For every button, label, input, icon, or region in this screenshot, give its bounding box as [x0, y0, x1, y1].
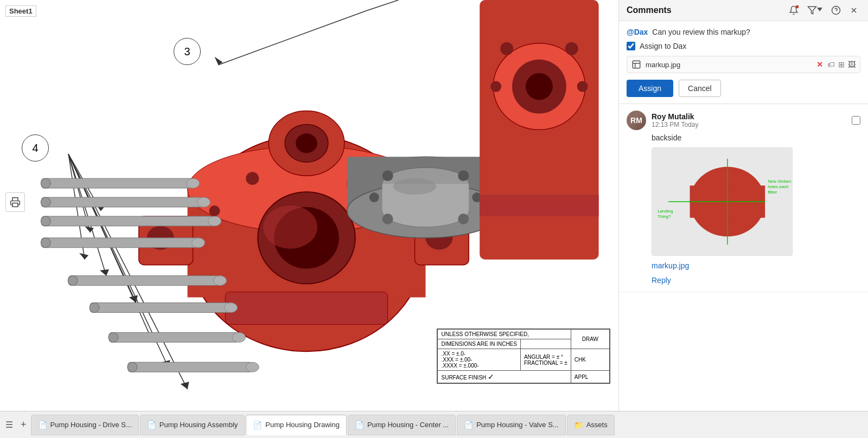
comments-title: Comments — [627, 5, 672, 15]
svg-point-37 — [263, 205, 317, 249]
svg-point-71 — [192, 238, 205, 248]
svg-rect-32 — [225, 292, 387, 325]
help-button[interactable] — [829, 4, 843, 16]
svg-line-2 — [366, 0, 399, 11]
comment-input-text[interactable]: Can you review this markup? — [652, 28, 860, 36]
svg-rect-63 — [41, 197, 203, 207]
tab-menu-button[interactable]: ☰ — [2, 417, 16, 432]
image-icon[interactable]: 🖼 — [848, 60, 856, 69]
tab-valve-label: Pump Housing - Valve S... — [476, 421, 559, 429]
svg-point-56 — [565, 42, 578, 55]
svg-point-68 — [208, 216, 221, 226]
notify-button[interactable] — [787, 4, 801, 16]
tab-assembly[interactable]: 📄 Pump Housing Assembly — [140, 415, 245, 435]
svg-point-44 — [382, 170, 393, 181]
assign-label: Assign to Dax — [640, 42, 686, 50]
tab-drawing-label: Pump Housing Drawing — [265, 421, 340, 429]
svg-rect-92 — [633, 61, 640, 68]
comment-text-row: @Dax Can you review this markup? — [627, 28, 860, 36]
svg-marker-86 — [808, 7, 816, 14]
svg-point-54 — [526, 73, 553, 100]
svg-point-55 — [500, 42, 513, 55]
comments-panel: Comments — [618, 0, 868, 411]
mention-tag: @Dax — [627, 28, 648, 36]
tab-valve-icon: 📄 — [464, 421, 473, 429]
markup-link[interactable]: markup.jpg — [652, 261, 860, 270]
svg-rect-72 — [68, 276, 220, 286]
tab-center[interactable]: 📄 Pump Housing - Center ... — [348, 415, 456, 435]
svg-point-61 — [41, 178, 50, 188]
tab-drive[interactable]: 📄 Pump Housing - Drive S... — [31, 415, 139, 435]
svg-rect-69 — [41, 238, 198, 248]
svg-point-50 — [393, 178, 437, 195]
svg-point-77 — [224, 303, 237, 313]
author-info: Roy Mutalik 12:13 PM Today — [652, 112, 699, 128]
tab-assets-label: Assets — [586, 421, 608, 429]
comment-resolve-checkbox[interactable] — [852, 116, 860, 125]
reply-button[interactable]: Reply — [652, 276, 671, 285]
svg-text:Landing: Landing — [658, 209, 673, 214]
cancel-button[interactable]: Cancel — [679, 80, 721, 97]
svg-point-47 — [458, 214, 469, 224]
tab-assets-icon: 📁 — [574, 421, 583, 429]
svg-point-82 — [127, 362, 137, 372]
attachment-name: markup.jpg — [646, 61, 812, 69]
attachment-row: markup.jpg ✕ 🏷 ⊞ 🖼 — [627, 56, 860, 73]
svg-rect-66 — [41, 216, 214, 226]
svg-line-10 — [68, 154, 106, 275]
svg-marker-87 — [817, 8, 822, 11]
svg-line-1 — [218, 11, 366, 65]
title-block: UNLESS OTHERWISE SPECIFIED, DRAW DIMENSI… — [437, 328, 610, 384]
markup-thumbnail: New Globen holes.each flitter Landing Th… — [652, 147, 793, 256]
svg-text:holes.each: holes.each — [768, 184, 788, 189]
svg-point-83 — [246, 362, 259, 372]
tab-assets[interactable]: 📁 Assets — [567, 415, 615, 435]
svg-line-18 — [68, 154, 187, 389]
svg-point-67 — [41, 216, 50, 226]
tab-assembly-label: Pump Housing Assembly — [159, 421, 238, 429]
action-buttons: Assign Cancel — [627, 80, 860, 97]
svg-point-57 — [490, 81, 501, 92]
svg-point-80 — [232, 332, 245, 342]
drawing-canvas: Sheet1 3 4 — [0, 0, 618, 411]
comment-input-area: @Dax Can you review this markup? Assign … — [619, 21, 868, 104]
attachment-remove-button[interactable]: ✕ — [816, 60, 823, 69]
author-time: 12:13 PM Today — [652, 121, 699, 128]
svg-point-35 — [209, 205, 220, 216]
tab-add-button[interactable]: + — [17, 417, 30, 433]
avatar: RM — [627, 111, 646, 130]
tag-icon[interactable]: 🏷 — [827, 60, 835, 69]
svg-rect-60 — [41, 178, 193, 188]
svg-marker-19 — [181, 382, 189, 389]
assign-checkbox[interactable] — [627, 42, 635, 50]
tab-center-icon: 📄 — [355, 421, 364, 429]
close-panel-button[interactable] — [847, 5, 860, 16]
tab-bar: ☰ + 📄 Pump Housing - Drive S... 📄 Pump H… — [0, 411, 868, 438]
svg-point-27 — [296, 133, 317, 153]
comment-entry: RM Roy Mutalik 12:13 PM Today backside — [619, 104, 868, 292]
tab-assembly-icon: 📄 — [147, 421, 156, 429]
svg-point-33 — [246, 172, 259, 185]
svg-point-48 — [369, 192, 379, 202]
comments-header-icons — [787, 4, 860, 16]
svg-point-74 — [213, 276, 226, 286]
comment-author-row: RM Roy Mutalik 12:13 PM Today — [627, 111, 860, 130]
tab-drive-icon: 📄 — [38, 421, 47, 429]
svg-rect-59 — [480, 195, 598, 216]
svg-text:Thing?: Thing? — [658, 214, 671, 219]
svg-point-79 — [108, 332, 118, 342]
svg-rect-78 — [109, 332, 239, 342]
svg-rect-75 — [90, 303, 231, 313]
tab-valve[interactable]: 📄 Pump Housing - Valve S... — [457, 415, 566, 435]
svg-point-46 — [382, 214, 393, 224]
svg-point-73 — [68, 276, 78, 286]
svg-text:flitter: flitter — [768, 190, 777, 195]
crop-icon[interactable]: ⊞ — [838, 60, 845, 69]
svg-point-70 — [41, 238, 50, 248]
tab-drawing[interactable]: 📄 Pump Housing Drawing — [246, 415, 347, 435]
tab-drawing-icon: 📄 — [253, 421, 262, 429]
filter-button[interactable] — [805, 4, 825, 16]
author-name: Roy Mutalik — [652, 112, 699, 121]
svg-point-58 — [577, 81, 588, 92]
assign-button[interactable]: Assign — [627, 80, 673, 97]
